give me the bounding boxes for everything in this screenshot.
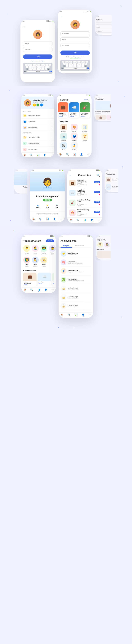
badge-the-achiever: ✅ [61, 277, 66, 283]
course-card-0[interactable]: 💼 Business Management $19.99 [58, 102, 68, 118]
tab-leaderboard[interactable]: Leaderboard [72, 244, 86, 248]
heart-1[interactable]: ♥ [94, 194, 100, 196]
category-item-4[interactable]: 🗳️ Politics [69, 133, 79, 141]
favs-nav-search[interactable]: 🔍 [76, 219, 79, 222]
fav-category-3: Cooking [77, 212, 92, 214]
fav-info-3: Basics of baking cakes Cooking 20 Studen… [77, 209, 92, 216]
inst-nav-chart[interactable]: 📊 [38, 288, 40, 292]
menu-update-interests[interactable]: ✓ Update Interests › [21, 140, 54, 146]
fav-category-0: Computer [77, 183, 92, 184]
heart-2[interactable]: ♥ [94, 203, 100, 206]
stat-lectures: 📚 37 Lectures [55, 205, 59, 210]
partial-settings-phone: 9:41 ▐▐▐ 🔋 Settings [95, 15, 111, 36]
course-nav-user[interactable]: 👤 [53, 218, 56, 221]
category-item-6[interactable]: ⚽ Sports [59, 142, 68, 150]
filter-button[interactable]: Filter ▼ [46, 240, 54, 242]
ach-nav-more[interactable]: ••• [89, 314, 91, 317]
register-phone: 9:41 ▐▐▐ WiFi 🔋 ← 👩 Join By Pressing 'Jo… [58, 10, 92, 74]
category-item-1[interactable]: 🎨 Design [69, 124, 79, 132]
featured-nav-search[interactable]: 🔍 [66, 153, 69, 156]
favs-nav-chart[interactable]: 📊 [83, 219, 86, 222]
instructor-1[interactable]: 👩‍🎨 Anna Design [32, 245, 39, 255]
course-card-1[interactable]: ☁️ IT & Cloud Computing $16.99 [69, 102, 79, 118]
inst-nav-user[interactable]: 👤 [44, 288, 47, 292]
instructor-6[interactable]: 👨‍🍳 Cook Cooking [40, 256, 47, 267]
menu-achievements[interactable]: 🏆 Achievements › [21, 125, 54, 131]
login-back-button[interactable]: ← [23, 25, 52, 28]
ach-nav-search[interactable]: 🔍 [68, 314, 70, 317]
password-field[interactable] [23, 47, 52, 52]
tab-badges[interactable]: Badges [61, 244, 72, 248]
nav-chart[interactable]: 📊 [37, 154, 39, 156]
menu-edit-login[interactable]: ✏️ Edit Login Details › [21, 134, 54, 140]
favs-back-btn[interactable]: ← [69, 174, 71, 176]
fav-card-1[interactable]: ☁️ IT & Cloud Computing Computer 20 Stud… [67, 188, 102, 198]
inst-nav-home[interactable]: 🏠 [24, 288, 26, 292]
see-all-button[interactable]: SEE ALL [84, 99, 90, 101]
fullname-field[interactable] [60, 32, 90, 36]
course-nav-more[interactable]: ••• [60, 218, 63, 221]
course-title-area: Project Management $30.40 [30, 192, 65, 204]
course-card-2[interactable]: 🎸 Learn How to Play Guitar $16.99 [80, 102, 90, 118]
course-thumb-2: 🎸 [80, 102, 90, 112]
favs-nav-home[interactable]: 🏠 [69, 219, 72, 222]
featured-nav-chart[interactable]: 📊 [73, 153, 76, 156]
recommend-card-2[interactable]: 🎸 Guitar $16.99 [52, 272, 54, 286]
category-item-3[interactable]: 🔬 Research [59, 133, 68, 141]
recommend-card-1[interactable]: ☁️ IT & Cloud $16.99 [38, 272, 51, 286]
course-nav-search[interactable]: 🔍 [39, 218, 42, 221]
nav-home[interactable]: 🏠 [23, 154, 26, 156]
status-bar-instructors: 9:41 ▐▐▐ 🔋 [21, 235, 56, 238]
profile-avatar: 👩 [24, 99, 31, 106]
nav-search[interactable]: 🔍 [30, 154, 33, 156]
instructor-4[interactable]: 👨‍🏫 Alex Science [23, 256, 30, 267]
featured-nav-user[interactable]: 👤 [80, 153, 83, 156]
category-item-0[interactable]: 💼 Business [59, 124, 68, 132]
recommend-row: 💼 Business Management $19.99 ☁️ IT & Clo… [23, 272, 54, 286]
register-back-button[interactable]: ← [60, 15, 90, 18]
ach-nav-home[interactable]: 🏠 [61, 314, 64, 317]
instructor-3[interactable]: 👨‍🎤 Walter Artist [49, 245, 56, 255]
featured-nav-home[interactable]: 🏠 [59, 153, 62, 156]
instructor-0[interactable]: 👨‍💼 James Economy [23, 245, 30, 255]
register-email-field[interactable] [60, 37, 90, 42]
register-button[interactable]: Join [60, 50, 90, 55]
favourites-search-icon[interactable]: 🔍 [97, 174, 100, 177]
category-icon-2: 📊 [81, 124, 88, 130]
course-nav-chart[interactable]: 📊 [46, 218, 49, 221]
favs-nav-user[interactable]: 👤 [90, 219, 93, 222]
heart-3[interactable]: ♥ [94, 213, 100, 216]
instructor-name-2: Louisa [42, 252, 46, 254]
instructor-2[interactable]: 👩‍💻 Louisa Photography [40, 245, 47, 255]
email-field[interactable] [23, 41, 52, 46]
ach-nav-user[interactable]: 👤 [82, 314, 84, 317]
star-decor-6: ✦ [122, 166, 124, 168]
recommend-card-0[interactable]: 💼 Business Management $19.99 [23, 272, 37, 286]
partial-email [96, 26, 111, 29]
featured-nav-more[interactable]: ••• [87, 153, 90, 156]
fav-card-0[interactable]: 💼 Business Management Computer 20 Studen… [67, 178, 102, 188]
favs-nav-more[interactable]: ••• [97, 219, 100, 222]
terms-link[interactable]: Terms & Condition [70, 58, 80, 58]
inst-nav-more[interactable]: ••• [52, 288, 54, 292]
course-nav-home[interactable]: 🏠 [32, 218, 35, 221]
login-button[interactable]: Enter [23, 54, 52, 59]
nav-user[interactable]: 👤 [43, 154, 46, 156]
category-item-7[interactable]: 🥇 Medals [69, 142, 79, 150]
menu-blocked-users[interactable]: 🚫 Blocked users › [21, 146, 54, 152]
heart-0[interactable]: ♥ [94, 184, 100, 186]
ach-nav-chart[interactable]: 📊 [75, 314, 78, 317]
inst-nav-search[interactable]: 🔍 [30, 288, 33, 292]
category-item-2[interactable]: 📊 Economy [80, 124, 90, 132]
locked-desc-3: Unlock to see details [68, 306, 79, 308]
register-password-field[interactable] [60, 43, 90, 48]
category-item-5[interactable]: 🏆 Awards [80, 133, 90, 141]
fav-card-2[interactable]: 🎸 Learn How To Play Guitar Music 20 Stud… [67, 198, 102, 208]
nav-more[interactable]: ••• [50, 154, 52, 156]
chevron-achievements: › [52, 127, 52, 129]
menu-favourite-courses[interactable]: ⭐ Favourite Courses › [21, 112, 54, 119]
join-link[interactable]: Join [42, 60, 45, 62]
menu-my-friends[interactable]: 👥 My Friends › [21, 119, 54, 125]
fav-card-3[interactable]: 🎂 Basics of baking cakes Cooking 20 Stud… [67, 208, 102, 218]
instructor-5[interactable]: 👩‍🔬 Maria Research [32, 256, 39, 267]
